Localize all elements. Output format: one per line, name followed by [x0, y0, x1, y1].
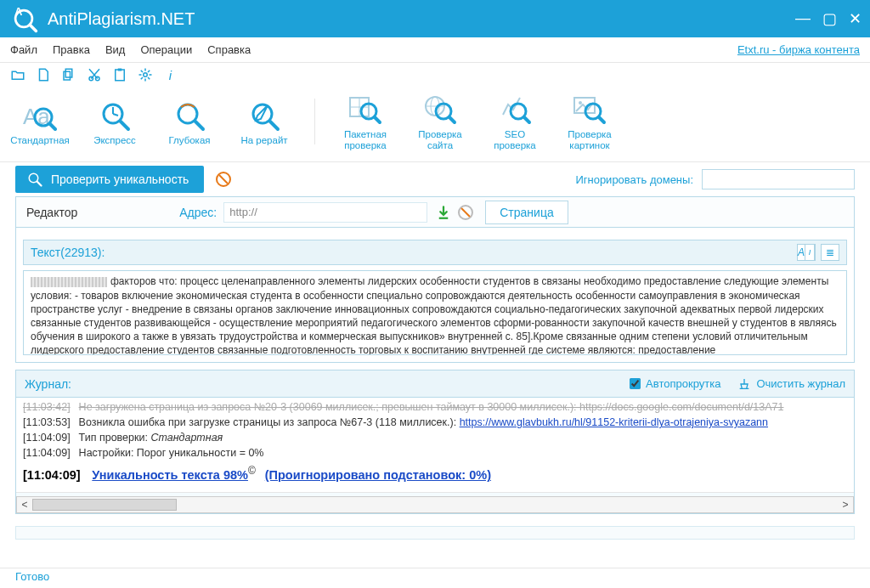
cut-icon[interactable]	[87, 67, 102, 82]
broom-icon	[737, 377, 751, 391]
menu-help[interactable]: Справка	[207, 43, 251, 56]
clear-log-button[interactable]: Очистить журнал	[737, 377, 845, 391]
horizontal-scrollbar[interactable]: < >	[16, 496, 854, 513]
svg-rect-4	[64, 71, 71, 80]
etxt-link[interactable]: Etxt.ru - биржа контента	[737, 43, 860, 56]
svg-rect-3	[65, 69, 72, 77]
menu-edit[interactable]: Правка	[53, 43, 90, 56]
svg-rect-7	[116, 70, 125, 81]
svg-line-33	[524, 117, 529, 122]
menu-view[interactable]: Вид	[105, 43, 126, 56]
open-folder-icon[interactable]	[10, 67, 25, 82]
new-file-icon[interactable]	[36, 67, 51, 82]
text-counter-bar: Текст(22913): AI ≣	[23, 240, 847, 265]
log-body[interactable]: [11:03:42]Не загружена страница из запро…	[16, 398, 854, 493]
svg-rect-8	[118, 69, 122, 71]
check-uniqueness-button[interactable]: Проверить уникальность	[15, 166, 204, 193]
batch-icon	[347, 92, 383, 127]
check-bar: Проверить уникальность Игнорировать доме…	[0, 162, 870, 196]
align-icon[interactable]: ≣	[821, 244, 839, 261]
scroll-left-arrow[interactable]: <	[17, 499, 32, 511]
image-check[interactable]: Проверка картинок	[558, 92, 621, 151]
picture-icon	[572, 92, 607, 127]
menu-bar: Файл Правка Вид Операции Справка Etxt.ru…	[0, 37, 870, 63]
maximize-icon[interactable]: ▢	[822, 9, 837, 28]
log-panel: Журнал: Автопрокрутка Очистить журнал [1…	[15, 370, 855, 514]
editor-textarea[interactable]: факторов что: процесс целенаправленного …	[23, 270, 847, 355]
log-line: [11:03:53]Возникла ошибка при загрузке с…	[23, 416, 847, 429]
rewrite-mode-icon	[246, 98, 282, 133]
editor-panel: Редактор Адрес: Страница Текст(22913): A…	[15, 196, 855, 363]
svg-point-38	[29, 174, 38, 184]
svg-line-39	[37, 182, 42, 186]
autoscroll-checkbox[interactable]	[630, 378, 641, 389]
log-line: [11:03:42]Не загружена страница из запро…	[23, 401, 847, 414]
svg-text:i: i	[169, 68, 172, 82]
settings-gear-icon[interactable]	[138, 67, 153, 82]
svg-line-37	[599, 117, 604, 122]
address-input[interactable]	[223, 202, 427, 223]
ribbon-toolbar: Aa Стандартная Экспресс Глубокая На рера…	[0, 87, 870, 162]
svg-line-21	[270, 122, 278, 129]
stop-icon[interactable]	[216, 172, 231, 187]
menu-file[interactable]: Файл	[10, 43, 37, 56]
autoscroll-toggle[interactable]: Автопрокрутка	[630, 377, 720, 390]
ribbon-separator	[314, 99, 315, 144]
info-icon[interactable]: i	[163, 67, 178, 82]
address-label: Адрес:	[179, 206, 217, 219]
log-link[interactable]: https://docs.google.com/document/d/13A71	[579, 401, 783, 413]
express-mode-icon	[97, 98, 133, 133]
scroll-track[interactable]	[32, 498, 838, 512]
status-text: Готово	[15, 570, 49, 583]
seo-check[interactable]: SEO проверка	[483, 92, 546, 151]
uniqueness-result[interactable]: Уникальность текста 98%	[92, 468, 248, 482]
batch-check[interactable]: Пакетная проверка	[334, 92, 397, 151]
site-check[interactable]: Проверка сайта	[409, 92, 472, 151]
svg-point-35	[579, 101, 582, 105]
font-size-icon[interactable]: AI	[797, 244, 816, 261]
seo-icon	[497, 92, 533, 127]
svg-line-15	[121, 122, 128, 129]
redacted-text	[31, 277, 107, 287]
minimize-icon[interactable]: —	[795, 9, 811, 28]
ignore-domains-label: Игнорировать домены:	[575, 173, 693, 186]
menu-operations[interactable]: Операции	[140, 43, 192, 56]
mode-express[interactable]: Экспресс	[83, 98, 146, 146]
log-line: [11:04:09]Тип проверки: Стандартная	[23, 432, 847, 444]
log-header: Журнал: Автопрокрутка Очистить журнал	[16, 370, 854, 398]
mode-deep[interactable]: Глубокая	[158, 98, 221, 146]
log-label: Журнал:	[25, 377, 71, 391]
ignored-subst-link[interactable]: (Проигнорировано подстановок: 0%)	[265, 468, 491, 482]
log-link[interactable]: https://www.glavbukh.ru/hl/91152-kriteri…	[460, 416, 768, 428]
small-toolbar: i	[0, 63, 870, 87]
app-logo: A	[8, 3, 39, 34]
title-bar: A AntiPlagiarism.NET — ▢ ✕	[0, 0, 870, 37]
app-title: AntiPlagiarism.NET	[48, 9, 195, 29]
ignore-domains-input[interactable]	[702, 169, 855, 189]
svg-line-19	[195, 122, 203, 129]
log-line: [11:04:09]Настройки: Порог уникальности …	[23, 447, 847, 460]
search-icon	[27, 172, 42, 187]
copy-icon[interactable]	[61, 67, 76, 82]
status-bar: Готово	[0, 568, 870, 585]
progress-bar	[15, 526, 855, 540]
svg-line-1	[30, 25, 36, 31]
mode-standard[interactable]: Aa Стандартная	[8, 98, 71, 146]
download-icon[interactable]	[436, 205, 451, 220]
svg-line-31	[449, 117, 455, 122]
scroll-thumb[interactable]	[32, 499, 177, 511]
clear-address-icon[interactable]	[458, 205, 473, 220]
globe-icon	[422, 92, 458, 127]
svg-line-13	[50, 124, 55, 129]
paste-icon[interactable]	[112, 67, 127, 82]
text-counter-label: Текст(22913):	[31, 246, 105, 259]
svg-point-9	[144, 73, 148, 77]
deep-mode-icon	[172, 98, 207, 133]
svg-line-17	[113, 114, 118, 116]
standard-mode-icon: Aa	[22, 98, 58, 133]
page-tab[interactable]: Страница	[485, 201, 568, 224]
scroll-right-arrow[interactable]: >	[838, 499, 853, 511]
editor-label: Редактор	[26, 206, 77, 219]
close-icon[interactable]: ✕	[849, 9, 862, 28]
mode-rewrite[interactable]: На рерайт	[233, 98, 296, 146]
